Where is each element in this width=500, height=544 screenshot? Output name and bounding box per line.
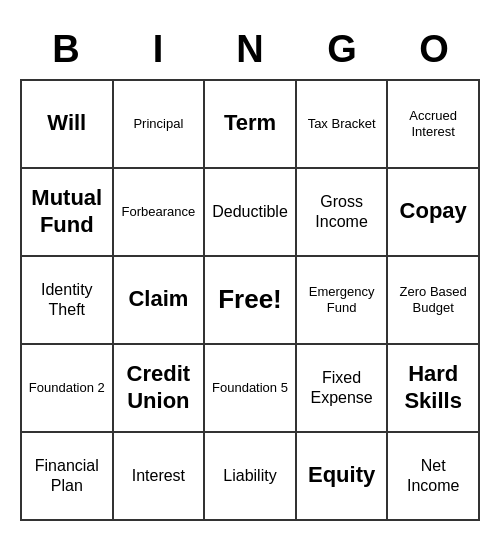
bingo-cell: Zero Based Budget [388, 257, 480, 345]
bingo-cell: Identity Theft [22, 257, 114, 345]
cell-text: Will [47, 110, 86, 136]
bingo-cell: Interest [114, 433, 206, 521]
bingo-cell: Fixed Expense [297, 345, 389, 433]
cell-text: Accrued Interest [392, 108, 474, 139]
bingo-cell: Copay [388, 169, 480, 257]
cell-text: Equity [308, 462, 375, 488]
cell-text: Liability [223, 466, 276, 485]
cell-text: Financial Plan [26, 456, 108, 494]
cell-text: Gross Income [301, 192, 383, 230]
cell-text: Tax Bracket [308, 116, 376, 132]
cell-text: Copay [400, 198, 467, 224]
bingo-cell: Tax Bracket [297, 81, 389, 169]
bingo-cell: Hard Skills [388, 345, 480, 433]
bingo-cell: Net Income [388, 433, 480, 521]
cell-text: Free! [218, 284, 282, 315]
cell-text: Deductible [212, 202, 288, 221]
cell-text: Foundation 5 [212, 380, 288, 396]
bingo-cell: Deductible [205, 169, 297, 257]
cell-text: Fixed Expense [301, 368, 383, 406]
cell-text: Forbearance [122, 204, 196, 220]
cell-text: Principal [133, 116, 183, 132]
bingo-cell: Mutual Fund [22, 169, 114, 257]
cell-text: Net Income [392, 456, 474, 494]
bingo-cell: Accrued Interest [388, 81, 480, 169]
cell-text: Foundation 2 [29, 380, 105, 396]
bingo-cell: Principal [114, 81, 206, 169]
bingo-letter: B [20, 24, 112, 75]
bingo-letter: N [204, 24, 296, 75]
bingo-cell: Will [22, 81, 114, 169]
bingo-letter: G [296, 24, 388, 75]
cell-text: Hard Skills [392, 361, 474, 414]
bingo-letter: O [388, 24, 480, 75]
cell-text: Claim [128, 286, 188, 312]
cell-text: Identity Theft [26, 280, 108, 318]
bingo-cell: Term [205, 81, 297, 169]
bingo-card: BINGO WillPrincipalTermTax BracketAccrue… [10, 14, 490, 531]
bingo-cell: Liability [205, 433, 297, 521]
cell-text: Zero Based Budget [392, 284, 474, 315]
bingo-cell: Claim [114, 257, 206, 345]
bingo-cell: Forbearance [114, 169, 206, 257]
cell-text: Term [224, 110, 276, 136]
bingo-cell: Foundation 5 [205, 345, 297, 433]
bingo-cell: Financial Plan [22, 433, 114, 521]
bingo-letter: I [112, 24, 204, 75]
bingo-cell: Free! [205, 257, 297, 345]
cell-text: Emergency Fund [301, 284, 383, 315]
cell-text: Mutual Fund [26, 185, 108, 238]
bingo-cell: Foundation 2 [22, 345, 114, 433]
cell-text: Interest [132, 466, 185, 485]
bingo-cell: Gross Income [297, 169, 389, 257]
bingo-cell: Equity [297, 433, 389, 521]
bingo-cell: Credit Union [114, 345, 206, 433]
bingo-header: BINGO [20, 24, 480, 75]
cell-text: Credit Union [118, 361, 200, 414]
bingo-grid: WillPrincipalTermTax BracketAccrued Inte… [20, 79, 480, 521]
bingo-cell: Emergency Fund [297, 257, 389, 345]
